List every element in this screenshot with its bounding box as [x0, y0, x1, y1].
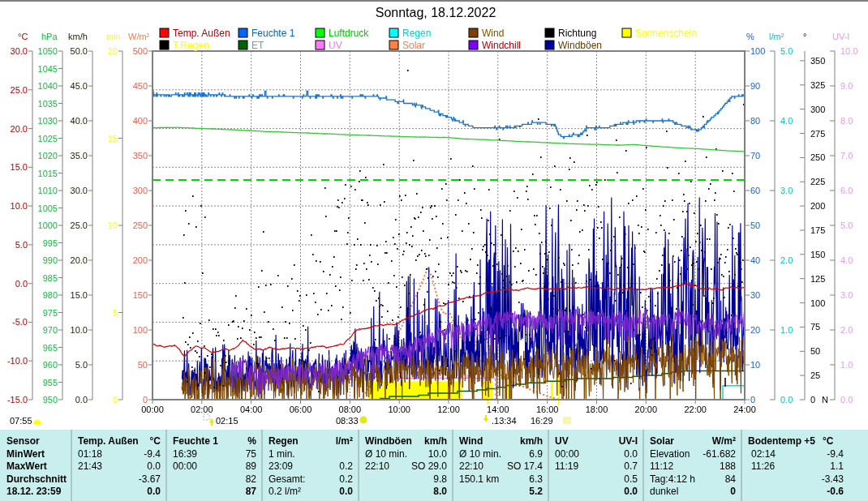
svg-text:985: 985	[43, 273, 58, 283]
svg-text:4.0: 4.0	[780, 116, 793, 126]
svg-text:10.0: 10.0	[71, 325, 88, 335]
svg-text:UV-I: UV-I	[832, 32, 849, 41]
svg-text:22:10: 22:10	[459, 460, 483, 472]
svg-text:20.0: 20.0	[11, 124, 28, 134]
svg-text:1.0: 1.0	[780, 325, 793, 335]
svg-text:450: 450	[133, 81, 148, 91]
svg-text:20:00: 20:00	[635, 405, 658, 414]
svg-text:0: 0	[113, 395, 118, 405]
svg-text:0.5: 0.5	[624, 473, 638, 485]
svg-text:-61.682: -61.682	[703, 448, 736, 460]
svg-text:02:15: 02:15	[216, 416, 238, 426]
svg-text:955: 955	[43, 378, 58, 388]
svg-text:N: N	[822, 395, 828, 405]
svg-text:350: 350	[133, 151, 148, 161]
svg-text:Wind: Wind	[482, 28, 504, 39]
svg-text:18.12. 23:59: 18.12. 23:59	[6, 486, 62, 497]
svg-text:Sonnenschein: Sonnenschein	[635, 28, 697, 39]
svg-text:08:33: 08:33	[336, 416, 359, 426]
svg-text:1050: 1050	[38, 46, 58, 56]
svg-text:04:00: 04:00	[240, 405, 263, 414]
svg-text:-3.67: -3.67	[139, 473, 161, 485]
svg-text:100: 100	[133, 325, 148, 335]
svg-text:1020: 1020	[38, 151, 58, 161]
svg-text:16:29: 16:29	[531, 416, 553, 426]
svg-text:UV: UV	[329, 40, 342, 51]
svg-text:995: 995	[43, 238, 58, 248]
svg-text:200: 200	[810, 201, 825, 211]
svg-text:1045: 1045	[38, 64, 58, 74]
svg-text:18:00: 18:00	[586, 405, 608, 414]
svg-text:11:26: 11:26	[751, 460, 775, 472]
svg-text:50: 50	[810, 346, 820, 356]
svg-text:75: 75	[810, 322, 820, 332]
svg-text:Sonntag, 18.12.2022: Sonntag, 18.12.2022	[376, 6, 496, 19]
svg-text:SO 29.0: SO 29.0	[411, 460, 447, 472]
svg-text:Windböen: Windböen	[558, 40, 602, 51]
svg-text:950: 950	[43, 395, 58, 405]
svg-text:Wind: Wind	[459, 435, 483, 447]
svg-text:80: 80	[750, 116, 760, 126]
svg-text:1030: 1030	[38, 116, 58, 126]
svg-text:188: 188	[720, 460, 736, 472]
svg-text:82: 82	[246, 473, 257, 485]
svg-text:0.0: 0.0	[780, 395, 793, 405]
svg-text:-9.4: -9.4	[144, 448, 161, 460]
svg-text:T.Regen: T.Regen	[173, 40, 209, 51]
svg-text:250: 250	[133, 221, 148, 230]
svg-text:40: 40	[750, 255, 760, 265]
svg-text:8.0: 8.0	[840, 116, 853, 126]
svg-text:.13:34: .13:34	[492, 416, 517, 426]
svg-text:25: 25	[810, 370, 820, 380]
svg-text:15.0: 15.0	[11, 162, 28, 172]
svg-text:89: 89	[246, 460, 257, 472]
svg-text:16:00: 16:00	[536, 405, 559, 414]
svg-text:W/m²: W/m²	[712, 435, 736, 447]
svg-text:0: 0	[730, 486, 736, 497]
svg-text:Temp. Außen: Temp. Außen	[78, 435, 139, 447]
svg-text:Elevation: Elevation	[650, 448, 690, 460]
svg-text:5.2: 5.2	[529, 486, 543, 497]
svg-text:Richtung: Richtung	[558, 28, 596, 39]
svg-text:5.0: 5.0	[840, 221, 853, 230]
svg-text:1005: 1005	[38, 203, 58, 213]
svg-text:400: 400	[133, 116, 148, 126]
svg-text:°C: °C	[150, 435, 161, 447]
svg-text:01:18: 01:18	[78, 448, 102, 460]
svg-text:hPa: hPa	[41, 32, 58, 41]
svg-text:-15.0: -15.0	[7, 395, 28, 405]
svg-text:02:00: 02:00	[191, 405, 213, 414]
svg-text:0.0: 0.0	[624, 486, 638, 497]
svg-text:75: 75	[246, 448, 257, 460]
svg-text:km/h: km/h	[520, 435, 543, 447]
svg-text:UV: UV	[555, 435, 569, 447]
svg-text:100: 100	[750, 46, 765, 56]
svg-text:25.0: 25.0	[71, 221, 88, 230]
svg-text:10: 10	[750, 360, 760, 370]
svg-text:1010: 1010	[38, 186, 58, 195]
svg-text:%: %	[746, 32, 754, 41]
svg-text:150: 150	[810, 250, 825, 259]
svg-text:500: 500	[133, 46, 148, 56]
svg-text:970: 970	[43, 325, 58, 335]
svg-text:990: 990	[43, 255, 58, 265]
svg-text:1000: 1000	[38, 221, 58, 230]
svg-text:175: 175	[810, 225, 825, 235]
svg-text:3.0: 3.0	[780, 186, 793, 195]
svg-text:20: 20	[750, 325, 760, 335]
svg-text:MaxWert: MaxWert	[6, 460, 47, 472]
svg-text:30.0: 30.0	[11, 46, 28, 56]
svg-text:Solar: Solar	[650, 435, 674, 447]
svg-text:20.0: 20.0	[71, 255, 88, 265]
svg-text:1040: 1040	[38, 81, 58, 91]
svg-text:00:00: 00:00	[173, 460, 197, 472]
svg-text:0.0: 0.0	[339, 486, 353, 497]
svg-text:l/m²: l/m²	[769, 32, 784, 41]
svg-text:87: 87	[246, 486, 257, 497]
svg-text:dunkel: dunkel	[650, 486, 678, 497]
svg-text:30.0: 30.0	[71, 186, 88, 195]
svg-text:50: 50	[138, 360, 148, 370]
svg-text:0.0: 0.0	[147, 460, 161, 472]
svg-text:6.9: 6.9	[529, 448, 543, 460]
svg-text:350: 350	[810, 56, 825, 66]
